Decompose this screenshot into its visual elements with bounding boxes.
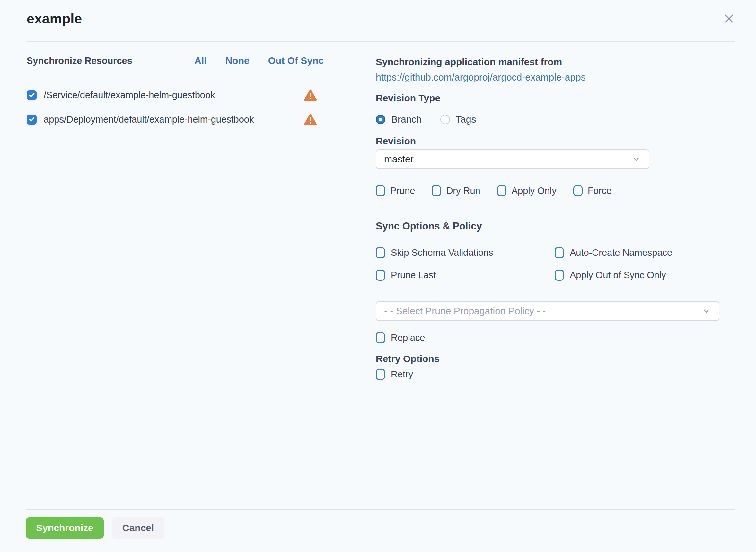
checkbox-unchecked — [573, 185, 582, 196]
checkbox-unchecked — [376, 185, 385, 196]
manifest-heading: Synchronizing application manifest from — [376, 55, 720, 68]
checkbox-unchecked — [555, 270, 564, 281]
checkbox-checked[interactable] — [27, 115, 36, 125]
option-apply-out-of-sync-only[interactable]: Apply Out of Sync Only — [555, 268, 720, 282]
checkbox-checked[interactable] — [27, 90, 36, 100]
resource-filter-tabs: All None Out Of Sync — [194, 55, 334, 66]
checkbox-unchecked — [497, 185, 507, 196]
revision-select-value: master — [384, 154, 414, 165]
radio-branch-label: Branch — [391, 114, 422, 125]
footer-buttons: Synchronize Cancel — [26, 517, 165, 539]
warning-triangle-icon — [304, 89, 317, 101]
sync-options-grid: Skip Schema Validations Auto-Create Name… — [376, 246, 720, 282]
synchronize-button[interactable]: Synchronize — [26, 517, 104, 539]
sync-options-heading: Sync Options & Policy — [376, 220, 720, 233]
radio-branch[interactable]: Branch — [376, 114, 422, 125]
close-icon — [722, 12, 736, 26]
radio-tags[interactable]: Tags — [440, 114, 476, 125]
policy-select-placeholder: - - Select Prune Propagation Policy - - — [384, 305, 546, 316]
flag-apply-only[interactable]: Apply Only — [497, 185, 557, 196]
option-replace[interactable]: Replace — [376, 331, 720, 344]
filter-tab-out-of-sync[interactable]: Out Of Sync — [268, 55, 324, 66]
resource-row[interactable]: apps/Deployment/default/example-helm-gue… — [27, 112, 334, 126]
option-prune-last[interactable]: Prune Last — [376, 268, 555, 282]
repository-link[interactable]: https://github.com/argoproj/argocd-examp… — [376, 70, 720, 85]
checkbox-unchecked — [376, 332, 385, 343]
chevron-down-icon — [631, 154, 641, 164]
filter-tab-none[interactable]: None — [225, 55, 249, 66]
resources-header: Synchronize Resources All None Out Of Sy… — [27, 41, 334, 75]
synchronize-resources-panel: Synchronize Resources All None Out Of Sy… — [27, 41, 334, 126]
warning-triangle-icon — [304, 114, 317, 126]
sync-settings-panel: Synchronizing application manifest from … — [376, 41, 720, 381]
revision-label: Revision — [376, 135, 720, 147]
revision-select[interactable]: master — [376, 149, 649, 169]
close-button[interactable] — [720, 10, 738, 28]
resource-label: apps/Deployment/default/example-helm-gue… — [44, 114, 254, 125]
prune-propagation-policy-select[interactable]: - - Select Prune Propagation Policy - - — [376, 301, 720, 321]
tab-separator — [258, 55, 259, 66]
revision-type-label: Revision Type — [376, 92, 720, 104]
cancel-button[interactable]: Cancel — [112, 517, 165, 539]
radio-selected-icon — [376, 115, 386, 124]
checkbox-unchecked — [555, 247, 564, 258]
checkbox-unchecked — [376, 247, 385, 258]
checkmark-icon — [28, 116, 36, 123]
resources-heading: Synchronize Resources — [27, 55, 132, 66]
filter-tab-all[interactable]: All — [194, 55, 207, 66]
chevron-down-icon — [701, 306, 711, 316]
sync-flags-row: Prune Dry Run Apply Only Force — [376, 185, 720, 196]
option-retry[interactable]: Retry — [376, 368, 720, 381]
checkbox-unchecked — [376, 270, 385, 281]
checkmark-icon — [28, 91, 36, 99]
page-title: example — [27, 11, 82, 27]
resource-list: /Service/default/example-helm-guestbook … — [27, 75, 334, 126]
resource-label: /Service/default/example-helm-guestbook — [44, 90, 215, 101]
tab-separator — [216, 55, 216, 66]
flag-prune[interactable]: Prune — [376, 185, 415, 196]
flag-force[interactable]: Force — [573, 185, 612, 196]
flag-dry-run[interactable]: Dry Run — [432, 185, 480, 196]
checkbox-unchecked — [432, 185, 441, 196]
option-skip-schema-validations[interactable]: Skip Schema Validations — [376, 246, 555, 259]
radio-unselected-icon — [440, 115, 450, 124]
retry-options-heading: Retry Options — [376, 353, 720, 365]
panel-divider — [354, 54, 355, 478]
option-auto-create-namespace[interactable]: Auto-Create Namespace — [555, 246, 720, 259]
revision-type-options: Branch Tags — [376, 114, 720, 125]
resource-row[interactable]: /Service/default/example-helm-guestbook — [27, 88, 334, 102]
footer-divider — [26, 509, 736, 510]
checkbox-unchecked — [376, 369, 385, 380]
radio-tags-label: Tags — [456, 114, 476, 125]
